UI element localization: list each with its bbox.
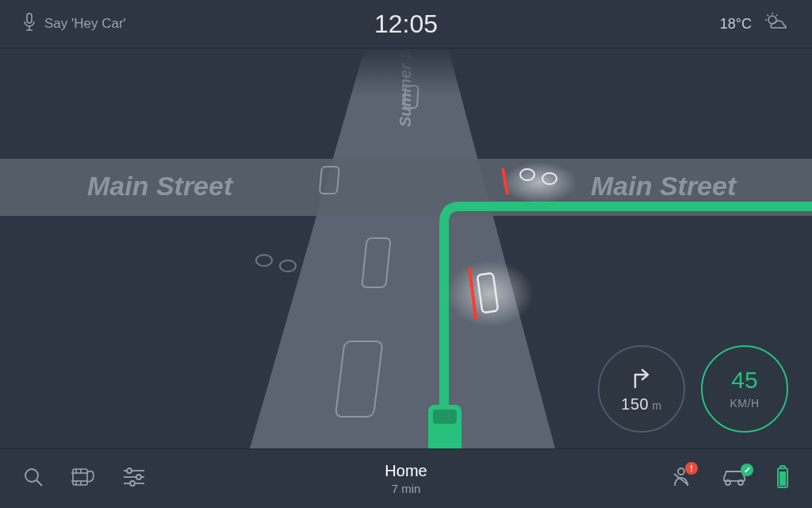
intersection-vehicles: [501, 162, 577, 203]
media-film-icon: [71, 466, 95, 491]
seatbelt-warning-button[interactable]: !: [669, 465, 693, 492]
microphone-icon: [22, 13, 36, 36]
driving-gauges: 150 m 45 KM/H: [598, 345, 788, 433]
battery-icon: [776, 465, 790, 492]
sliders-icon: [122, 467, 146, 491]
svg-rect-13: [433, 410, 457, 424]
svg-point-24: [25, 469, 38, 482]
partly-cloudy-icon: [763, 12, 790, 37]
svg-line-6: [768, 14, 769, 16]
alert-badge-icon: !: [685, 462, 698, 475]
svg-rect-26: [73, 469, 87, 485]
turn-distance-unit: m: [653, 399, 662, 412]
status-bar: Say 'Hey Car' 12:05 18°C: [0, 0, 812, 48]
search-icon: [22, 466, 44, 491]
destination-button[interactable]: Home 7 min: [385, 462, 427, 495]
turn-right-icon: [629, 365, 654, 389]
settings-button[interactable]: [122, 467, 146, 491]
svg-point-21: [256, 255, 272, 266]
svg-point-14: [446, 260, 534, 327]
side-vehicles: [256, 255, 296, 271]
svg-point-17: [501, 162, 577, 203]
svg-rect-45: [779, 471, 786, 486]
media-button[interactable]: [71, 466, 95, 491]
next-turn-gauge[interactable]: 150 m: [598, 345, 685, 433]
street-label-right: Main Street: [591, 171, 737, 201]
search-button[interactable]: [22, 466, 44, 491]
svg-point-34: [127, 468, 132, 473]
turn-distance-value: 150: [621, 395, 649, 413]
weather-widget[interactable]: 18°C: [720, 12, 790, 37]
street-label-left: Main Street: [87, 171, 234, 201]
voice-assistant-button[interactable]: Say 'Hey Car': [22, 13, 126, 36]
bottom-bar: Home 7 min ! ✓: [0, 448, 812, 508]
car-status-button[interactable]: ✓: [720, 467, 749, 491]
clock: 12:05: [374, 10, 438, 39]
ok-badge-icon: ✓: [741, 464, 753, 476]
destination-eta: 7 min: [385, 482, 427, 495]
svg-line-7: [776, 14, 778, 16]
svg-point-36: [136, 475, 141, 479]
destination-name: Home: [385, 462, 427, 480]
speed-unit: KM/H: [730, 397, 760, 410]
ego-vehicle-icon: [428, 405, 462, 448]
speed-value: 45: [731, 368, 757, 392]
voice-hint-text: Say 'Hey Car': [44, 16, 126, 32]
svg-point-38: [130, 481, 135, 486]
svg-line-25: [36, 480, 42, 486]
speed-gauge[interactable]: 45 KM/H: [701, 345, 788, 433]
svg-point-22: [280, 260, 296, 271]
traffic-vehicle: [446, 260, 534, 327]
svg-rect-44: [780, 466, 785, 468]
temperature: 18°C: [720, 16, 752, 33]
svg-point-39: [678, 468, 684, 475]
svg-rect-0: [27, 13, 32, 23]
battery-button[interactable]: [776, 465, 790, 492]
svg-rect-23: [0, 48, 812, 95]
